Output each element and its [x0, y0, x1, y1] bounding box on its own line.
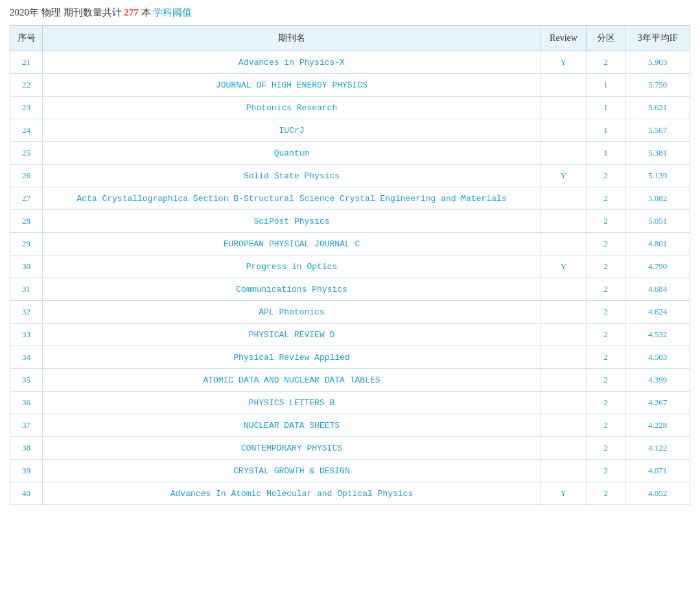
- cell-journal-name[interactable]: Photonics Research: [43, 97, 541, 119]
- cell-partition: 2: [587, 460, 625, 482]
- cell-review: Y: [541, 255, 587, 278]
- col-header-avgif: 3年平均IF: [625, 26, 690, 51]
- cell-seq: 22: [10, 74, 43, 97]
- cell-seq: 25: [10, 142, 43, 165]
- table-row: 38CONTEMPORARY PHYSICS24.122: [10, 437, 690, 460]
- cell-review: [541, 369, 587, 392]
- table-row: 23Photonics Research15.621: [10, 97, 690, 119]
- cell-journal-name: NUCLEAR DATA SHEETS: [43, 414, 541, 437]
- table-header-row: 序号 期刊名 Review 分区 3年平均IF: [10, 26, 690, 51]
- cell-review: [541, 142, 587, 165]
- cell-journal-name: EUROPEAN PHYSICAL JOURNAL C: [43, 233, 541, 255]
- cell-partition: 2: [587, 414, 625, 437]
- cell-review: [541, 233, 587, 255]
- cell-journal-name[interactable]: Advances in Physics-X: [43, 51, 541, 74]
- cell-partition: 2: [587, 324, 625, 346]
- cell-avgif: 4.122: [625, 437, 690, 460]
- cell-review: Y: [541, 51, 587, 74]
- cell-partition: 1: [587, 97, 625, 119]
- cell-partition: 2: [587, 165, 625, 187]
- cell-review: [541, 97, 587, 119]
- cell-avgif: 5.750: [625, 74, 690, 97]
- cell-journal-name[interactable]: SciPost Physics: [43, 210, 541, 233]
- cell-journal-name[interactable]: Progress in Optics: [43, 255, 541, 278]
- cell-seq: 24: [10, 119, 43, 142]
- cell-journal-name[interactable]: Solid State Physics: [43, 165, 541, 187]
- cell-journal-name[interactable]: IUCrJ: [43, 119, 541, 142]
- journals-table: 序号 期刊名 Review 分区 3年平均IF 21Advances in Ph…: [10, 25, 690, 505]
- header-link[interactable]: 学科阈值: [153, 7, 192, 18]
- table-row: 28SciPost Physics25.051: [10, 210, 690, 233]
- table-row: 40Advances In Atomic Molecular and Optic…: [10, 482, 690, 505]
- cell-journal-name[interactable]: Physical Review Applied: [43, 346, 541, 369]
- cell-partition: 2: [587, 210, 625, 233]
- cell-partition: 2: [587, 278, 625, 301]
- cell-journal-name[interactable]: Advances In Atomic Molecular and Optical…: [43, 482, 541, 505]
- cell-avgif: 4.071: [625, 460, 690, 482]
- cell-avgif: 5.139: [625, 165, 690, 187]
- cell-seq: 31: [10, 278, 43, 301]
- cell-review: [541, 278, 587, 301]
- cell-seq: 27: [10, 187, 43, 210]
- cell-journal-name[interactable]: Communications Physics: [43, 278, 541, 301]
- cell-seq: 36: [10, 392, 43, 414]
- table-row: 30Progress in OpticsY24.790: [10, 255, 690, 278]
- cell-journal-name: CRYSTAL GROWTH & DESIGN: [43, 460, 541, 482]
- cell-seq: 37: [10, 414, 43, 437]
- cell-seq: 29: [10, 233, 43, 255]
- cell-seq: 30: [10, 255, 43, 278]
- cell-avgif: 5.903: [625, 51, 690, 74]
- cell-seq: 34: [10, 346, 43, 369]
- cell-partition: 2: [587, 255, 625, 278]
- cell-seq: 21: [10, 51, 43, 74]
- table-row: 33PHYSICAL REVIEW D24.532: [10, 324, 690, 346]
- cell-avgif: 5.051: [625, 210, 690, 233]
- cell-partition: 1: [587, 142, 625, 165]
- cell-seq: 39: [10, 460, 43, 482]
- page-header: 2020年 物理 期刊数量共计 277 本 学科阈值: [10, 6, 690, 19]
- table-row: 24IUCrJ15.567: [10, 119, 690, 142]
- cell-review: Y: [541, 482, 587, 505]
- cell-avgif: 4.790: [625, 255, 690, 278]
- cell-review: [541, 437, 587, 460]
- table-row: 29EUROPEAN PHYSICAL JOURNAL C24.801: [10, 233, 690, 255]
- cell-avgif: 5.381: [625, 142, 690, 165]
- header-suffix: 本: [139, 7, 154, 18]
- cell-review: [541, 210, 587, 233]
- table-row: 32APL Photonics24.624: [10, 301, 690, 324]
- cell-partition: 2: [587, 51, 625, 74]
- cell-review: [541, 187, 587, 210]
- cell-review: [541, 460, 587, 482]
- header-count: 277: [124, 7, 139, 18]
- cell-journal-name: PHYSICS LETTERS B: [43, 392, 541, 414]
- cell-journal-name: APL Photonics: [43, 301, 541, 324]
- cell-seq: 38: [10, 437, 43, 460]
- cell-partition: 2: [587, 187, 625, 210]
- cell-avgif: 5.621: [625, 97, 690, 119]
- cell-partition: 2: [587, 369, 625, 392]
- table-row: 36PHYSICS LETTERS B24.267: [10, 392, 690, 414]
- cell-review: [541, 119, 587, 142]
- cell-partition: 2: [587, 233, 625, 255]
- table-row: 35ATOMIC DATA AND NUCLEAR DATA TABLES24.…: [10, 369, 690, 392]
- cell-avgif: 5.082: [625, 187, 690, 210]
- header-prefix: 2020年 物理 期刊数量共计: [10, 7, 124, 18]
- cell-journal-name[interactable]: Quantum: [43, 142, 541, 165]
- cell-seq: 28: [10, 210, 43, 233]
- cell-review: Y: [541, 165, 587, 187]
- col-header-review: Review: [541, 26, 587, 51]
- cell-avgif: 4.399: [625, 369, 690, 392]
- cell-partition: 2: [587, 437, 625, 460]
- cell-seq: 35: [10, 369, 43, 392]
- cell-journal-name: JOURNAL OF HIGH ENERGY PHYSICS: [43, 74, 541, 97]
- cell-avgif: 4.624: [625, 301, 690, 324]
- cell-avgif: 4.052: [625, 482, 690, 505]
- cell-review: [541, 74, 587, 97]
- table-row: 37NUCLEAR DATA SHEETS24.228: [10, 414, 690, 437]
- cell-seq: 33: [10, 324, 43, 346]
- cell-partition: 2: [587, 392, 625, 414]
- cell-avgif: 5.567: [625, 119, 690, 142]
- cell-seq: 23: [10, 97, 43, 119]
- cell-partition: 2: [587, 301, 625, 324]
- cell-journal-name: Acta Crystallographica Section B-Structu…: [43, 187, 541, 210]
